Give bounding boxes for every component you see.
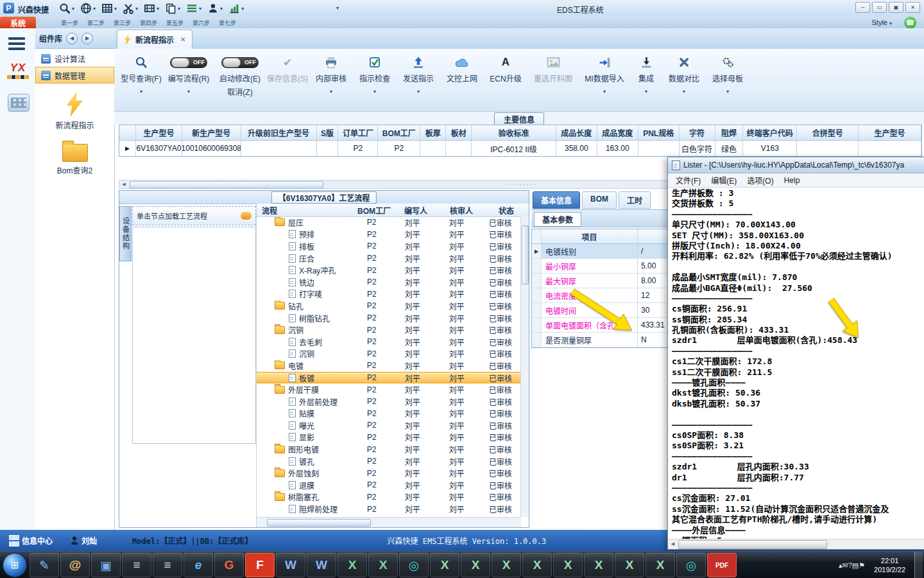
taskbar-app[interactable]: ≡ [122,553,151,577]
tree-column-header[interactable]: 状态 [485,204,527,216]
table-cell[interactable]: V163 [743,141,797,156]
taskbar-app[interactable]: X [553,553,583,577]
sidebar-tool-item[interactable]: 新流程指示 [35,91,114,130]
column-header[interactable]: 升级前旧生产型号 [241,125,317,141]
start-button[interactable]: ⊞ [3,553,27,577]
taskbar-app[interactable]: ≡ [153,553,182,577]
process-row[interactable]: 外层干膜 P2 刘平 刘平 已审核 [257,383,521,396]
tab-new-process-instruction[interactable]: 新流程指示 ✕ [117,30,193,49]
caret-down-icon[interactable]: ▾ [726,89,729,94]
tree-horizontal-scrollbar[interactable] [257,517,521,527]
forward-icon[interactable]: ▶ [81,33,93,44]
caret-down-icon[interactable]: ▾ [373,89,376,94]
caret-down-icon[interactable]: ▾ [645,89,647,94]
params-column-header[interactable]: 项目 [542,229,638,243]
menu-lines-icon[interactable]: ▾ [186,3,201,14]
process-row[interactable]: 去毛刺 P2 刘平 刘平 已审核 [257,336,521,348]
search-icon[interactable]: ▾ [59,3,74,14]
doc-control-upload-button[interactable]: 文控上网 [441,54,483,83]
taskbar-app[interactable]: X [492,553,521,577]
phone-icon[interactable]: ☎ [904,17,916,29]
taskbar-app[interactable]: X [430,553,459,577]
table-cell[interactable] [446,141,472,156]
caret-down-icon[interactable]: ▾ [157,6,159,12]
write-flow-button[interactable]: OFF 编写流程(R) ▾ [164,54,213,94]
caret-down-icon[interactable]: ▾ [140,89,142,94]
table-cell[interactable] [859,141,921,156]
column-header[interactable]: 订单工厂 [338,125,378,141]
lister-titlebar[interactable]: Lister - [C:\Users\hy-liuc.HY\AppData\Lo… [668,157,924,173]
caret-down-icon[interactable]: ▾ [603,89,606,94]
process-row[interactable]: 外层前处理 P2 刘平 刘平 已审核 [257,396,521,408]
taskbar-app[interactable]: ▣ [91,553,121,577]
tray-icon[interactable]: ⚑ [859,561,865,569]
taskbar-clock[interactable]: 22:01 2019/2/22 [874,556,905,574]
scrollbar-thumb[interactable] [267,519,371,527]
caret-down-icon[interactable]: ▾ [135,6,138,12]
mi-data-import-button[interactable]: MI数据导入 ▾ [580,54,629,94]
user-icon[interactable]: ▾ [207,3,223,14]
chart-icon[interactable]: ▾ [228,3,244,14]
table-cell[interactable] [317,141,339,156]
table-cell[interactable] [241,141,317,156]
caret-down-icon[interactable]: ▾ [417,89,420,94]
sidebar-group-item[interactable]: 设计算法 [35,50,114,67]
copy-icon[interactable]: ▾ [165,3,180,14]
scrollbar-thumb[interactable] [522,225,529,285]
process-row[interactable]: 铣边 P2 刘平 刘平 已审核 [257,276,521,288]
tree-column-header[interactable]: BOM工厂 [354,204,394,216]
caret-down-icon[interactable]: ▾ [93,6,96,12]
table-cell[interactable]: IPC-6012 II级 [472,141,556,156]
column-header[interactable]: 新生产型号 [182,125,241,141]
process-row[interactable]: 电镀 P2 刘平 刘平 已审核 [257,360,521,372]
back-icon[interactable]: ◀ [66,33,78,44]
window-control-button[interactable]: ─ [855,2,870,13]
taskbar-app[interactable]: ◎ [676,553,706,577]
table-cell[interactable] [420,141,446,156]
select-mother-board-button[interactable]: 选择母板 ▾ [707,54,748,94]
process-row[interactable]: 树脂钻孔 P2 刘平 刘平 已审核 [257,312,521,324]
params-tab[interactable]: 工时 [619,191,651,209]
sidebar-tool-item[interactable]: Bom查询2 [35,138,114,175]
lister-horizontal-scrollbar[interactable]: ◀ [668,539,924,549]
lister-menu-item[interactable]: 文件(F) [671,173,706,187]
hamburger-menu-icon[interactable] [8,37,25,53]
table-cell[interactable] [638,141,680,156]
calculator-icon[interactable] [8,94,30,112]
taskbar-app[interactable]: ✎ [30,553,59,577]
column-header[interactable]: 验收标准 [472,125,556,141]
model-query-button[interactable]: 型号查询(F) ▾ [121,54,162,94]
column-header[interactable]: 生产型号 [136,125,182,141]
process-row[interactable]: 排板 P2 刘平 刘平 已审核 [257,240,521,252]
lister-menu-item[interactable]: 编辑(E) [706,173,742,187]
globe-icon[interactable]: ▾ [80,3,96,14]
tab-device-structure[interactable]: 设备结构 [119,206,132,261]
style-dropdown[interactable]: Style▾ [872,19,892,26]
table-cell[interactable]: 163.00 [597,141,638,156]
taskbar-app[interactable]: X [584,553,613,577]
save-button[interactable]: ✔ 保存信息(S) [267,54,308,83]
process-row[interactable]: 树脂塞孔 P2 刘平 刘平 已审核 [257,491,521,504]
send-instruction-button[interactable]: 发送指示 ▾ [398,54,439,94]
toolbar-overflow-caret-icon[interactable]: ▾ [336,5,339,11]
column-header[interactable]: 字符 [680,125,715,141]
taskbar-app[interactable]: X [338,553,367,577]
scrollbar-thumb[interactable] [678,540,827,549]
data-compare-button[interactable]: 数据对比 ▾ [663,54,705,94]
caret-down-icon[interactable]: ▾ [72,6,74,12]
splitter-handle[interactable]: ········· [506,181,536,188]
taskbar-app[interactable]: W [307,553,336,577]
column-header[interactable]: 终端客户代码 [743,125,797,141]
taskbar-app[interactable]: @ [60,553,90,577]
close-icon[interactable]: ✕ [180,36,185,43]
window-control-button[interactable]: ▭ [872,2,887,13]
info-center-item[interactable]: 信息中心 [9,535,53,547]
scissors-icon[interactable]: ▾ [123,3,138,14]
process-row[interactable]: 打字唛 P2 刘平 刘平 已审核 [257,288,521,301]
taskbar-app[interactable]: X [615,553,644,577]
process-row[interactable]: 贴膜 P2 刘平 刘平 已审核 [257,408,521,420]
table-cell[interactable]: 10010600069308 [182,141,241,156]
column-header[interactable]: 生产型号 [859,125,921,141]
params-tab[interactable]: BOM [582,191,617,209]
taskbar-app[interactable]: G [214,553,244,577]
